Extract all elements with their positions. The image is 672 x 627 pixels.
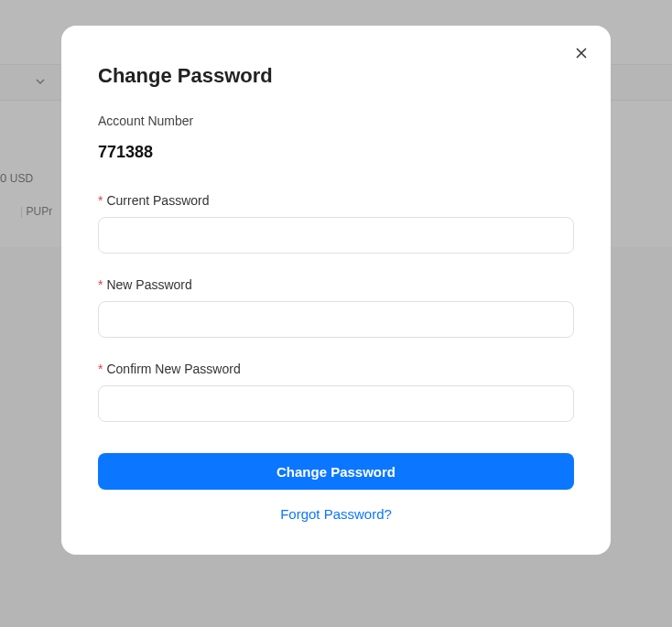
close-icon <box>575 47 588 63</box>
new-password-label: *New Password <box>98 277 574 292</box>
modal-title: Change Password <box>98 64 574 88</box>
change-password-button[interactable]: Change Password <box>98 453 574 490</box>
new-password-input[interactable] <box>98 301 574 338</box>
confirm-password-label-text: Confirm New Password <box>106 362 240 376</box>
modal-overlay: Change Password Account Number 771388 *C… <box>0 0 672 627</box>
change-password-modal: Change Password Account Number 771388 *C… <box>61 26 611 555</box>
confirm-password-group: *Confirm New Password <box>98 362 574 422</box>
required-marker: * <box>98 277 103 292</box>
forgot-password-link[interactable]: Forgot Password? <box>98 506 574 522</box>
current-password-label: *Current Password <box>98 193 574 208</box>
confirm-password-input[interactable] <box>98 385 574 422</box>
modal-actions: Change Password Forgot Password? <box>98 453 574 522</box>
required-marker: * <box>98 362 103 376</box>
required-marker: * <box>98 193 103 208</box>
current-password-label-text: Current Password <box>106 193 209 208</box>
confirm-password-label: *Confirm New Password <box>98 362 574 376</box>
current-password-group: *Current Password <box>98 193 574 254</box>
account-number-label: Account Number <box>98 114 574 128</box>
new-password-group: *New Password <box>98 277 574 338</box>
account-number-value: 771388 <box>98 143 574 162</box>
current-password-input[interactable] <box>98 217 574 254</box>
new-password-label-text: New Password <box>106 277 191 292</box>
close-button[interactable] <box>569 42 594 68</box>
